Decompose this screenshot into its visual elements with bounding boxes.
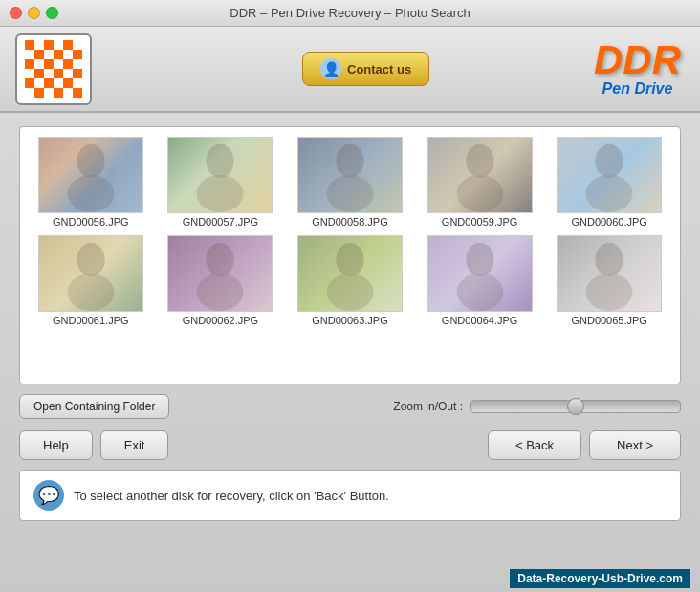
svg-point-24 xyxy=(327,175,374,212)
photo-item[interactable]: GND00065.JPG xyxy=(548,235,670,326)
svg-rect-1 xyxy=(25,40,34,50)
photo-item[interactable]: GND00056.JPG xyxy=(30,137,152,228)
photo-label: GND00056.JPG xyxy=(53,216,128,228)
svg-point-27 xyxy=(596,144,623,178)
contact-button[interactable]: 👤 Contact us xyxy=(302,52,429,86)
svg-point-25 xyxy=(466,144,493,178)
photo-thumbnail xyxy=(557,137,662,213)
photo-label: GND00061.JPG xyxy=(53,315,128,326)
info-icon: 💬 xyxy=(33,480,64,511)
photo-thumbnail xyxy=(297,235,403,312)
svg-point-36 xyxy=(456,274,503,311)
svg-rect-4 xyxy=(34,50,44,59)
svg-rect-18 xyxy=(73,88,82,98)
bottom-controls: Open Containing Folder Zoom in/Out : xyxy=(19,394,681,419)
svg-point-38 xyxy=(586,274,633,311)
svg-rect-12 xyxy=(73,69,82,78)
photo-thumbnail xyxy=(167,235,273,312)
svg-rect-10 xyxy=(34,69,44,78)
photo-label: GND00062.JPG xyxy=(183,315,258,326)
minimize-button[interactable] xyxy=(28,7,40,19)
svg-point-37 xyxy=(596,243,623,276)
svg-point-19 xyxy=(77,144,104,178)
svg-point-28 xyxy=(586,175,633,212)
photo-item[interactable]: GND00061.JPG xyxy=(30,235,152,326)
svg-rect-5 xyxy=(54,50,63,59)
photo-label: GND00058.JPG xyxy=(312,216,387,228)
photo-thumbnail xyxy=(557,235,662,312)
svg-rect-11 xyxy=(54,69,63,78)
svg-rect-8 xyxy=(44,59,54,69)
photo-item[interactable]: GND00060.JPG xyxy=(548,137,670,228)
navigation-row: Help Exit < Back Next > xyxy=(19,430,681,460)
svg-point-32 xyxy=(197,274,244,311)
app-logo xyxy=(15,33,92,105)
svg-rect-2 xyxy=(44,40,54,50)
window-controls xyxy=(10,7,58,19)
photo-item[interactable]: GND00064.JPG xyxy=(419,235,541,326)
main-content: GND00056.JPG GND00057.JPG GND00058.JPG G… xyxy=(0,113,700,592)
contact-icon: 👤 xyxy=(320,58,341,79)
zoom-section: Zoom in/Out : xyxy=(393,400,681,413)
photo-label: GND00060.JPG xyxy=(571,216,646,228)
photo-label: GND00065.JPG xyxy=(571,315,646,326)
titlebar: DDR – Pen Drive Recovery – Photo Search xyxy=(0,0,700,27)
svg-rect-13 xyxy=(25,78,34,88)
photo-item[interactable]: GND00059.JPG xyxy=(419,137,541,228)
photo-panel[interactable]: GND00056.JPG GND00057.JPG GND00058.JPG G… xyxy=(19,126,681,384)
svg-point-31 xyxy=(207,243,234,276)
photo-thumbnail xyxy=(38,235,143,312)
svg-rect-15 xyxy=(63,78,73,88)
exit-button[interactable]: Exit xyxy=(100,430,169,460)
svg-point-34 xyxy=(327,274,374,311)
svg-rect-7 xyxy=(25,59,34,69)
logo-icon xyxy=(25,40,82,98)
photo-item[interactable]: GND00062.JPG xyxy=(160,235,282,326)
svg-rect-6 xyxy=(73,50,82,59)
header: 👤 Contact us DDR Pen Drive xyxy=(0,27,700,113)
svg-rect-16 xyxy=(34,88,44,98)
svg-point-22 xyxy=(197,175,244,212)
photo-thumbnail xyxy=(38,137,143,213)
photo-thumbnail xyxy=(427,137,533,213)
contact-label: Contact us xyxy=(347,62,411,77)
svg-rect-9 xyxy=(63,59,73,69)
titlebar-title: DDR – Pen Drive Recovery – Photo Search xyxy=(230,6,470,20)
photo-item[interactable]: GND00063.JPG xyxy=(289,235,411,326)
photo-thumbnail xyxy=(427,235,533,312)
svg-point-20 xyxy=(67,175,114,212)
info-message: To select another disk for recovery, cli… xyxy=(74,489,389,503)
photo-label: GND00059.JPG xyxy=(442,216,517,228)
open-folder-button[interactable]: Open Containing Folder xyxy=(19,394,169,419)
ddr-logo: DDR Pen Drive xyxy=(594,40,681,98)
open-folder-label: Open Containing Folder xyxy=(33,400,155,413)
photo-grid: GND00056.JPG GND00057.JPG GND00058.JPG G… xyxy=(30,137,670,326)
svg-rect-3 xyxy=(63,40,73,50)
zoom-slider[interactable] xyxy=(470,400,681,413)
svg-point-29 xyxy=(77,243,104,276)
back-button[interactable]: < Back xyxy=(488,430,581,460)
info-bar: 💬 To select another disk for recovery, c… xyxy=(19,470,681,521)
photo-item[interactable]: GND00057.JPG xyxy=(160,137,282,228)
svg-rect-17 xyxy=(54,88,63,98)
photo-label: GND00063.JPG xyxy=(312,315,387,326)
svg-point-33 xyxy=(336,243,363,276)
help-button[interactable]: Help xyxy=(19,430,93,460)
zoom-label: Zoom in/Out : xyxy=(393,400,463,413)
photo-thumbnail xyxy=(297,137,403,213)
svg-point-23 xyxy=(336,144,363,178)
ddr-subtitle: Pen Drive xyxy=(594,80,681,98)
watermark: Data-Recovery-Usb-Drive.com xyxy=(510,569,690,588)
svg-point-21 xyxy=(207,144,234,178)
photo-label: GND00057.JPG xyxy=(183,216,258,228)
next-button[interactable]: Next > xyxy=(589,430,681,460)
svg-point-35 xyxy=(466,243,493,276)
svg-rect-14 xyxy=(44,78,54,88)
ddr-title: DDR xyxy=(594,40,681,80)
svg-point-26 xyxy=(456,175,503,212)
photo-item[interactable]: GND00058.JPG xyxy=(289,137,411,228)
photo-label: GND00064.JPG xyxy=(442,315,517,326)
close-button[interactable] xyxy=(10,7,22,19)
maximize-button[interactable] xyxy=(46,7,58,19)
svg-point-30 xyxy=(67,274,114,311)
